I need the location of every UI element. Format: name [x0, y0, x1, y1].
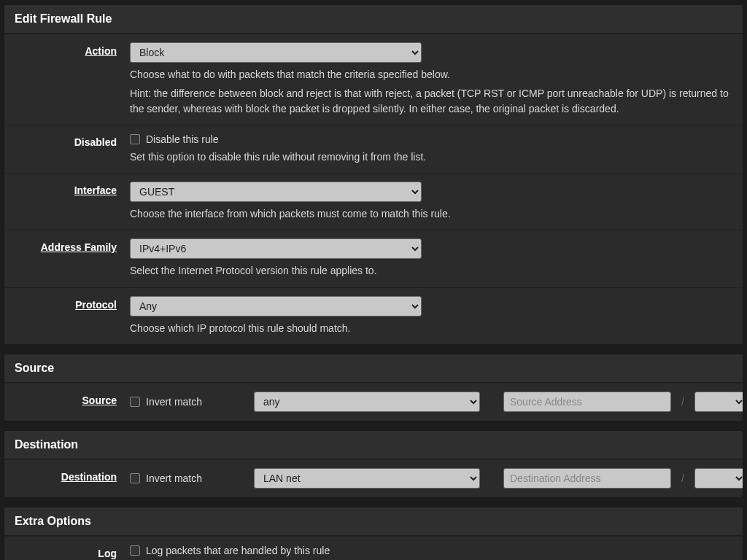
action-hint2: Hint: the difference between block and r…	[130, 86, 734, 116]
label-source: Source	[13, 392, 130, 412]
edit-firewall-rule-panel: Edit Firewall Rule Action Block Choose w…	[4, 4, 743, 345]
destination-address-input[interactable]	[503, 468, 671, 489]
interface-hint: Choose the interface from which packets …	[130, 206, 734, 221]
destination-invert-checkbox[interactable]	[130, 473, 140, 483]
source-invert-checkbox[interactable]	[130, 397, 140, 407]
label-protocol: Protocol	[13, 296, 130, 335]
address-family-select[interactable]: IPv4+IPv6	[130, 238, 422, 259]
row-destination: Destination Invert match LAN net /	[4, 459, 743, 497]
action-hint1: Choose what to do with packets that matc…	[130, 67, 734, 82]
protocol-hint: Choose which IP protocol this rule shoul…	[130, 321, 734, 335]
label-log: Log	[13, 545, 130, 560]
label-address-family: Address Family	[13, 238, 130, 278]
slash-separator: /	[678, 472, 687, 484]
label-disabled: Disabled	[13, 133, 130, 164]
row-protocol: Protocol Any Choose which IP protocol th…	[4, 287, 743, 344]
label-action: Action	[13, 42, 130, 116]
row-source: Source Invert match any /	[4, 383, 743, 421]
panel-title: Destination	[4, 431, 743, 459]
action-select[interactable]: Block	[130, 42, 422, 63]
destination-invert-label: Invert match	[146, 472, 202, 484]
extra-options-panel: Extra Options Log Log packets that are h…	[4, 507, 743, 560]
log-checkbox[interactable]	[130, 545, 140, 556]
interface-select[interactable]: GUEST	[130, 182, 422, 202]
disabled-hint: Set this option to disable this rule wit…	[130, 149, 734, 164]
row-disabled: Disabled Disable this rule Set this opti…	[4, 125, 743, 173]
source-panel: Source Source Invert match any /	[4, 354, 743, 421]
label-interface: Interface	[13, 182, 130, 221]
address-family-hint: Select the Internet Protocol version thi…	[130, 263, 734, 278]
destination-panel: Destination Destination Invert match LAN…	[4, 430, 743, 498]
slash-separator: /	[678, 396, 687, 408]
source-address-input[interactable]	[503, 392, 671, 412]
destination-mask-select[interactable]	[694, 468, 743, 489]
destination-type-select[interactable]: LAN net	[254, 468, 480, 489]
row-address-family: Address Family IPv4+IPv6 Select the Inte…	[4, 230, 743, 287]
row-action: Action Block Choose what to do with pack…	[4, 34, 743, 125]
panel-title: Source	[4, 354, 743, 383]
panel-title: Extra Options	[4, 508, 743, 536]
label-destination: Destination	[13, 468, 130, 489]
panel-title: Edit Firewall Rule	[4, 5, 743, 34]
disabled-checkbox[interactable]	[130, 134, 140, 144]
row-interface: Interface GUEST Choose the interface fro…	[4, 173, 743, 230]
source-mask-select[interactable]	[694, 392, 743, 412]
protocol-select[interactable]: Any	[130, 296, 422, 316]
log-checkbox-label: Log packets that are handled by this rul…	[146, 545, 330, 556]
disabled-checkbox-label: Disable this rule	[146, 133, 219, 145]
source-type-select[interactable]: any	[254, 392, 480, 412]
source-invert-label: Invert match	[146, 396, 202, 408]
row-log: Log Log packets that are handled by this…	[4, 536, 743, 560]
